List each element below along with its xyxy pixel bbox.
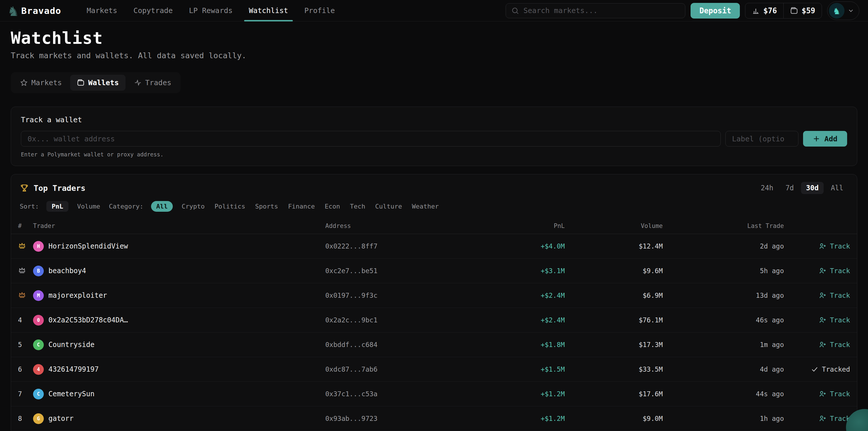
trader-volume: $9.0M (567, 415, 663, 422)
nav-link[interactable]: Copytrade (125, 0, 181, 22)
category-option[interactable]: All (151, 201, 173, 212)
page-subtitle: Track markets and wallets. All data save… (11, 51, 857, 60)
trader-address: 0x0197...9f3c (325, 292, 475, 299)
trader-avatar: 4 (33, 364, 44, 375)
trader-last-trade: 2d ago (665, 242, 784, 250)
category-option[interactable]: Weather (411, 201, 440, 212)
trader-pnl: +$1.8M (478, 341, 565, 349)
sort-label: Sort: (20, 203, 39, 210)
star-icon (20, 79, 28, 87)
time-range-option[interactable]: 30d (801, 182, 824, 194)
trader-name: 432614799197 (49, 365, 99, 373)
horse-logo-icon: ♞ (9, 3, 18, 18)
trader-address: 0xbddf...c684 (325, 341, 475, 349)
category-option[interactable]: Sports (254, 201, 279, 212)
trader-last-trade: 1m ago (665, 341, 784, 349)
time-range-filter: 24h7d30dAll (756, 182, 848, 194)
trader-volume: $6.9M (567, 292, 663, 299)
trader-avatar: C (33, 389, 44, 399)
balances: $76 $59 (745, 3, 822, 19)
person-plus-icon (818, 267, 827, 275)
wallet-icon (77, 79, 85, 87)
action-cell: Track (786, 316, 850, 324)
sort-option[interactable]: PnL (46, 201, 68, 212)
trader-pnl: +$4.0M (478, 242, 565, 250)
nav-link[interactable]: Profile (296, 0, 343, 22)
trader-cell[interactable]: B beachboy4 (33, 266, 323, 276)
category-option[interactable]: Econ (323, 201, 341, 212)
traders-filter-row: Sort: PnLVolume Category: AllCryptoPolit… (11, 201, 857, 212)
market-search[interactable] (506, 3, 685, 18)
track-wallet-title: Track a wallet (21, 115, 847, 124)
nav-link[interactable]: Markets (79, 0, 125, 22)
wallet-address-input[interactable] (21, 131, 721, 146)
track-button[interactable]: Track (818, 341, 850, 349)
action-cell: Track (786, 242, 850, 250)
trader-cell[interactable]: C Countryside (33, 339, 323, 350)
time-range-option[interactable]: 7d (780, 182, 799, 194)
trader-cell[interactable]: M majorexploiter (33, 290, 323, 301)
nav-link[interactable]: LP Rewards (181, 0, 241, 22)
track-wallet-card: Track a wallet Add Enter a Polymarket wa… (11, 107, 857, 166)
trader-last-trade: 4d ago (665, 366, 784, 373)
rank-number: 5 (18, 341, 22, 349)
trader-address: 0x93ab...9723 (325, 415, 475, 422)
brand-name: Bravado (21, 5, 61, 16)
sort-option[interactable]: Volume (76, 201, 101, 212)
track-button[interactable]: Track (818, 291, 850, 299)
brand[interactable]: ♞ Bravado (9, 3, 61, 18)
trader-avatar: H (33, 241, 44, 252)
action-cell: Track (786, 415, 850, 423)
wallet-icon (790, 7, 798, 15)
track-button[interactable]: Track (818, 390, 850, 398)
track-button[interactable]: Track (818, 415, 850, 423)
rank-cell: 5 (18, 341, 31, 349)
trader-row: H HorizonSplendidView 0x0222...8ff7 +$4.… (11, 234, 857, 259)
time-range-option[interactable]: All (826, 182, 848, 194)
portfolio-balance[interactable]: $76 (745, 3, 783, 18)
rank-number: 6 (18, 366, 22, 373)
trader-row: 4 0 0x2a2C53bD278c04DA… 0x2a2c...9bc1 +$… (11, 308, 857, 333)
track-button[interactable]: Track (818, 242, 850, 250)
track-button[interactable]: Track (818, 267, 850, 275)
category-option[interactable]: Crypto (180, 201, 206, 212)
category-option[interactable]: Tech (349, 201, 367, 212)
trader-avatar: G (33, 413, 44, 424)
bar-chart-icon (752, 7, 760, 15)
tab-trades[interactable]: Trades (127, 75, 178, 91)
trader-pnl: +$1.2M (478, 390, 565, 398)
trader-row: 7 C CemeterySun 0x37c1...c53a +$1.2M $17… (11, 382, 857, 406)
nav-link[interactable]: Watchlist (241, 0, 296, 22)
tab-wallets[interactable]: Wallets (70, 75, 125, 91)
trader-cell[interactable]: 4 432614799197 (33, 364, 323, 375)
trader-name: 0x2a2C53bD278c04DA… (49, 316, 128, 324)
crown-icon (18, 291, 26, 299)
trader-pnl: +$2.4M (478, 316, 565, 324)
tab-markets[interactable]: Markets (13, 75, 68, 91)
category-option[interactable]: Culture (374, 201, 403, 212)
cash-balance[interactable]: $59 (783, 3, 822, 18)
trader-address: 0xc2e7...be51 (325, 267, 475, 274)
trader-cell[interactable]: 0 0x2a2C53bD278c04DA… (33, 315, 323, 326)
trader-cell[interactable]: H HorizonSplendidView (33, 241, 323, 252)
wallet-label-input[interactable] (725, 131, 799, 146)
trader-volume: $12.4M (567, 242, 663, 250)
category-option[interactable]: Politics (213, 201, 246, 212)
trader-address: 0x2a2c...9bc1 (325, 316, 475, 324)
search-icon (511, 7, 519, 15)
add-wallet-button[interactable]: Add (803, 131, 847, 146)
rank-cell (18, 241, 31, 251)
category-option[interactable]: Finance (287, 201, 316, 212)
trader-pnl: +$2.4M (478, 292, 565, 299)
action-cell: Track (786, 341, 850, 349)
col-volume: Volume (567, 223, 663, 229)
account-menu[interactable]: ♞ (827, 1, 859, 20)
search-input[interactable] (523, 6, 680, 15)
time-range-option[interactable]: 24h (756, 182, 778, 194)
deposit-button[interactable]: Deposit (690, 3, 740, 19)
trader-cell[interactable]: G gatorr (33, 413, 323, 424)
trader-cell[interactable]: C CemeterySun (33, 389, 323, 399)
navbar-right: Deposit $76 $59 ♞ (506, 1, 859, 20)
track-button[interactable]: Track (818, 316, 850, 324)
trader-row: 6 4 432614799197 0xdc87...7ab6 +$1.5M $3… (11, 357, 857, 382)
